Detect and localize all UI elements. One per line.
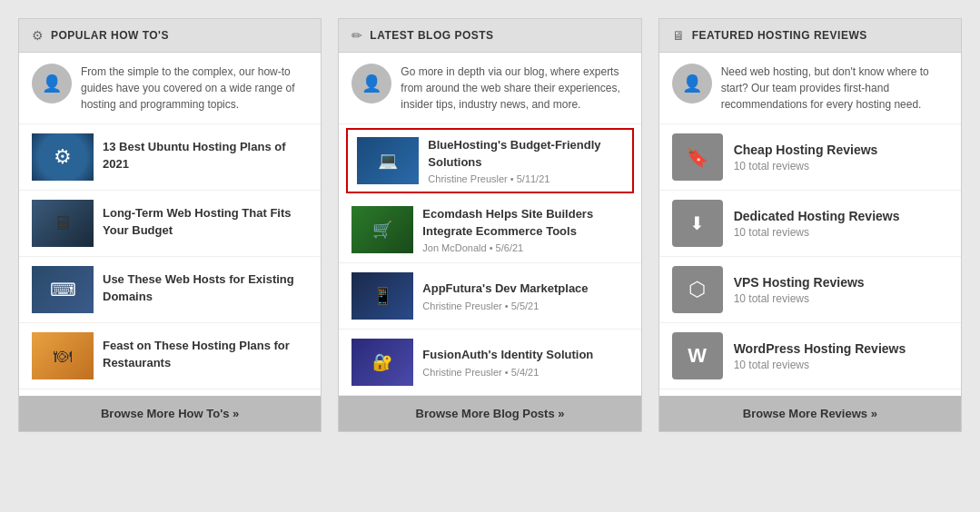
browse-blog-button[interactable]: Browse More Blog Posts » [339,396,640,431]
howtos-item-1-thumb [32,133,94,181]
blog-intro: 👤 Go more in depth via our blog, where e… [339,53,640,124]
howtos-item-2-title: Long-Term Web Hosting That Fits Your Bud… [103,205,308,238]
blog-title: LATEST BLOG POSTS [370,29,493,42]
blog-item-3-meta: Christine Preusler • 5/5/21 [422,300,628,311]
review-item-2-thumb [672,200,723,247]
reviews-list: Cheap Hosting Reviews 10 total reviews D… [659,124,961,396]
blog-item-1-title: BlueHosting's Budget-Friendly Solutions [428,137,622,170]
list-item[interactable]: VPS Hosting Reviews 10 total reviews [659,257,961,323]
howtos-item-3-title: Use These Web Hosts for Existing Domains [103,271,308,304]
blog-item-4-thumb [351,339,413,386]
blog-icon: ✏ [351,28,362,43]
reviews-header: 🖥 FEATURED HOSTING REVIEWS [659,19,961,53]
howtos-intro-text: From the simple to the complex, our how-… [81,64,308,113]
howtos-item-2-thumb [32,200,94,247]
reviews-intro-text: Need web hosting, but don't know where t… [721,64,948,113]
howtos-item-1-title: 13 Best Ubuntu Hosting Plans of 2021 [103,139,308,172]
list-item[interactable]: Dedicated Hosting Reviews 10 total revie… [659,191,961,257]
blog-item-3-title: AppFutura's Dev Marketplace [422,281,628,297]
review-item-4-title: WordPress Hosting Reviews [734,341,906,356]
howtos-title: POPULAR HOW TO'S [51,29,169,42]
blog-column: ✏ LATEST BLOG POSTS 👤 Go more in depth v… [338,18,641,432]
list-item[interactable]: Feast on These Hosting Plans for Restaur… [19,323,321,389]
review-item-4-meta: 10 total reviews [734,359,906,371]
blog-item-2-thumb [351,206,413,253]
blog-item-4-meta: Christine Preusler • 5/4/21 [422,367,628,378]
howtos-list: 13 Best Ubuntu Hosting Plans of 2021 Lon… [19,124,321,396]
howtos-header: ⚙ POPULAR HOW TO'S [19,19,321,53]
blog-list: BlueHosting's Budget-Friendly Solutions … [339,124,640,396]
list-item[interactable]: Use These Web Hosts for Existing Domains [19,257,321,323]
blog-intro-text: Go more in depth via our blog, where exp… [401,64,628,113]
reviews-column: 🖥 FEATURED HOSTING REVIEWS 👤 Need web ho… [658,18,962,432]
list-item[interactable]: 13 Best Ubuntu Hosting Plans of 2021 [19,124,321,191]
howtos-item-4-title: Feast on These Hosting Plans for Restaur… [103,338,308,370]
review-item-1-thumb [672,133,723,181]
howtos-intro: 👤 From the simple to the complex, our ho… [19,53,321,124]
blog-avatar: 👤 [351,64,391,103]
list-item[interactable]: BlueHosting's Budget-Friendly Solutions … [346,128,633,193]
list-item[interactable]: FusionAuth's Identity Solution Christine… [339,330,640,396]
list-item[interactable]: Ecomdash Helps Site Builders Integrate E… [339,197,640,263]
blog-item-3-thumb [351,272,413,320]
browse-howtos-button[interactable]: Browse More How To's » [19,396,321,431]
howtos-column: ⚙ POPULAR HOW TO'S 👤 From the simple to … [18,18,322,432]
review-item-3-title: VPS Hosting Reviews [734,275,865,290]
list-item[interactable]: AppFutura's Dev Marketplace Christine Pr… [339,263,640,330]
review-item-2-meta: 10 total reviews [734,226,900,239]
main-columns: ⚙ POPULAR HOW TO'S 👤 From the simple to … [18,18,962,432]
review-item-1-meta: 10 total reviews [734,160,878,172]
list-item[interactable]: Cheap Hosting Reviews 10 total reviews [659,124,961,191]
blog-header: ✏ LATEST BLOG POSTS [339,19,640,53]
browse-reviews-button[interactable]: Browse More Reviews » [659,396,961,431]
howtos-item-3-thumb [32,266,94,313]
blog-item-1-meta: Christine Preusler • 5/11/21 [428,173,622,184]
reviews-intro: 👤 Need web hosting, but don't know where… [659,53,961,124]
review-item-3-meta: 10 total reviews [734,292,865,305]
blog-item-2-meta: Jon McDonald • 5/6/21 [422,242,628,253]
reviews-avatar: 👤 [672,64,712,103]
howtos-icon: ⚙ [32,28,44,43]
list-item[interactable]: Long-Term Web Hosting That Fits Your Bud… [19,191,321,257]
review-item-3-thumb [672,266,723,313]
list-item[interactable]: WordPress Hosting Reviews 10 total revie… [659,323,961,389]
review-item-4-thumb [672,332,723,379]
review-item-1-title: Cheap Hosting Reviews [734,143,878,157]
review-item-2-title: Dedicated Hosting Reviews [734,209,900,223]
blog-item-4-title: FusionAuth's Identity Solution [422,347,628,363]
reviews-title: FEATURED HOSTING REVIEWS [692,29,867,42]
reviews-icon: 🖥 [672,28,685,43]
howtos-avatar: 👤 [32,64,72,103]
howtos-item-4-thumb [32,332,94,379]
blog-item-2-title: Ecomdash Helps Site Builders Integrate E… [422,206,628,239]
blog-item-1-thumb [357,137,419,184]
